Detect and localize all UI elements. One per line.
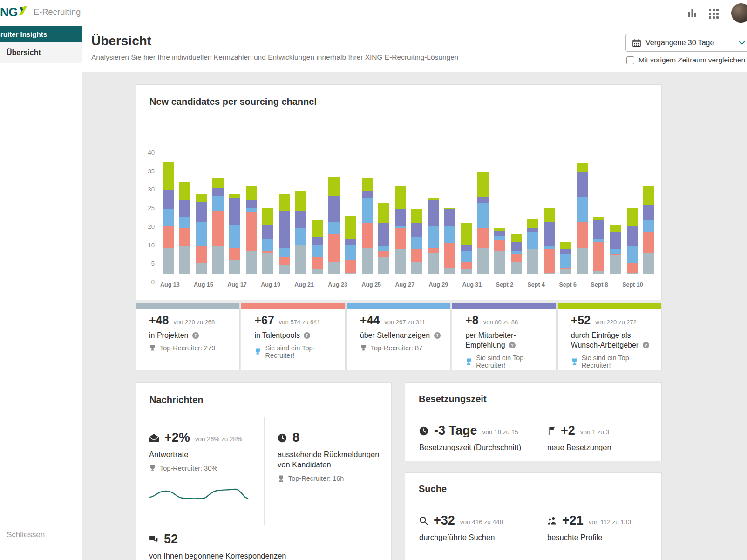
bar-segment-wunsch-arbeitgeber: [643, 186, 654, 205]
stacked-bar[interactable]: [328, 177, 340, 274]
user-avatar[interactable]: [731, 3, 747, 23]
bar-segment-projekte: [428, 253, 439, 274]
sourcing-stat-card-0: +48von 220 zu 268in Projekten ?Top-Recru…: [136, 303, 240, 370]
bar-segment-stellenanzeigen: [461, 251, 472, 262]
stacked-bar[interactable]: [560, 242, 571, 274]
bar-segment-talentpools: [411, 249, 422, 261]
stat-trophy-text: Sie sind ein Top-Recruiter!: [476, 354, 548, 369]
bar-segment-mitarbeiter-empfehlung: [428, 200, 439, 226]
bar-segment-projekte: [477, 248, 489, 274]
stacked-bar[interactable]: [527, 219, 538, 274]
besetzungszeit-header: Besetzungszeit: [405, 383, 661, 415]
bar-segment-talentpools: [444, 243, 455, 268]
chat-bubbles-icon: [149, 535, 158, 544]
x-tick-label: Aug 15: [194, 281, 213, 288]
page-header: Übersicht Analysieren Sie hier Ihre indi…: [82, 26, 747, 72]
compare-checkbox[interactable]: [626, 56, 634, 64]
stacked-bar[interactable]: [627, 208, 638, 274]
stacked-bar[interactable]: [196, 194, 207, 274]
bar-segment-mitarbeiter-empfehlung: [345, 239, 356, 245]
bar-segment-talentpools: [395, 228, 406, 249]
bar-segment-mitarbeiter-empfehlung: [378, 223, 389, 246]
help-icon[interactable]: ?: [643, 342, 649, 348]
bar-segment-stellenanzeigen: [627, 246, 638, 263]
topbar-icon-group: [686, 0, 747, 26]
y-tick-label: 0: [138, 278, 155, 287]
sidebar-item-uebersicht[interactable]: Übersicht: [0, 42, 82, 63]
stacked-bar[interactable]: [246, 186, 257, 274]
stacked-bar[interactable]: [610, 225, 621, 274]
xing-x-icon: [19, 6, 28, 15]
bar-segment-mitarbeiter-empfehlung: [328, 196, 340, 222]
compare-period-row: Mit vorigem Zeitraum vergleichen: [626, 56, 745, 64]
stacked-bar[interactable]: [511, 234, 522, 274]
bar-segment-talentpools: [544, 249, 555, 273]
neue-besetzungen-cell: +2 von 1 zu 3 neue Besetzungen: [534, 415, 661, 461]
help-icon[interactable]: ?: [304, 332, 310, 339]
nachrichten-title: Nachrichten: [149, 395, 204, 405]
stacked-bar[interactable]: [229, 194, 240, 274]
date-range-value: Vergangene 30 Tage: [645, 39, 739, 47]
stacked-bar[interactable]: [163, 162, 174, 274]
page-subtitle: Analysieren Sie hier Ihre individuellen …: [91, 53, 458, 61]
stacked-bar[interactable]: [212, 178, 224, 274]
rueckmeldungen-top: 8: [278, 430, 391, 445]
x-tick-label: [448, 281, 462, 288]
stacked-bar[interactable]: [345, 216, 356, 274]
stacked-bar[interactable]: [395, 186, 406, 274]
stacked-bar[interactable]: [262, 208, 273, 274]
stacked-bar[interactable]: [362, 178, 373, 274]
stat-delta: +44: [360, 314, 380, 327]
stacked-bar[interactable]: [461, 223, 472, 274]
stacked-bar[interactable]: [577, 163, 588, 274]
stats-icon[interactable]: [686, 7, 698, 19]
bar-segment-wunsch-arbeitgeber: [395, 186, 406, 210]
date-range-select[interactable]: Vergangene 30 Tage: [625, 34, 747, 52]
app-grid-icon[interactable]: [709, 7, 720, 19]
stat-body: +44von 267 zu 311über Stellenanzeigen ?T…: [347, 309, 450, 352]
x-tick-label: [213, 281, 227, 288]
x-tick-label: Aug 31: [462, 281, 482, 288]
stat-trophy-text: Top-Recruiter: 87: [371, 344, 422, 352]
x-tick-label: [347, 281, 361, 288]
bar-segment-projekte: [229, 260, 240, 274]
stacked-bar[interactable]: [428, 198, 439, 274]
stacked-bar[interactable]: [477, 172, 489, 274]
bar-segment-talentpools: [212, 211, 224, 246]
stacked-bar[interactable]: [312, 220, 323, 274]
help-icon[interactable]: ?: [192, 332, 199, 339]
x-tick-label: [545, 281, 559, 288]
bar-segment-projekte: [378, 257, 389, 274]
bar-segment-projekte: [312, 269, 323, 274]
sidebar-header: ruiter Insights: [0, 26, 82, 42]
stacked-bar[interactable]: [378, 203, 389, 274]
xing-logo[interactable]: NG E-Recruiting: [0, 5, 81, 20]
y-tick-label: 35: [138, 167, 155, 176]
stacked-bar[interactable]: [444, 208, 455, 274]
stat-trophy-text: Top-Recruiter: 279: [160, 344, 215, 352]
stat-body: +52von 220 zu 272durch Einträge als Wuns…: [558, 309, 661, 369]
profile-range: von 112 zu 133: [589, 519, 631, 526]
bar-segment-wunsch-arbeitgeber: [527, 219, 538, 228]
bar-segment-stellenanzeigen: [362, 198, 373, 223]
y-tick-label: 30: [138, 185, 155, 194]
stacked-bar[interactable]: [593, 217, 604, 274]
stacked-bar[interactable]: [411, 209, 422, 274]
stacked-bar[interactable]: [295, 191, 306, 274]
bar-segment-projekte: [627, 273, 638, 274]
help-icon[interactable]: ?: [434, 332, 441, 339]
close-link[interactable]: Schliessen: [7, 530, 45, 540]
compare-checkbox-label: Mit vorigem Zeitraum vergleichen: [638, 56, 745, 64]
chart-bar-slot: [210, 153, 227, 274]
suche-title: Suche: [419, 484, 447, 494]
stacked-bar[interactable]: [643, 186, 654, 274]
help-icon[interactable]: ?: [509, 342, 516, 348]
bar-segment-talentpools: [494, 240, 505, 251]
stacked-bar[interactable]: [544, 208, 555, 274]
stacked-bar[interactable]: [494, 228, 505, 274]
bar-segment-wunsch-arbeitgeber: [279, 194, 290, 211]
besetzungszeit-title: Besetzungszeit: [419, 394, 487, 404]
stacked-bar[interactable]: [179, 182, 190, 274]
stacked-bar[interactable]: [279, 194, 290, 274]
x-tick-label: Aug 17: [227, 281, 247, 288]
